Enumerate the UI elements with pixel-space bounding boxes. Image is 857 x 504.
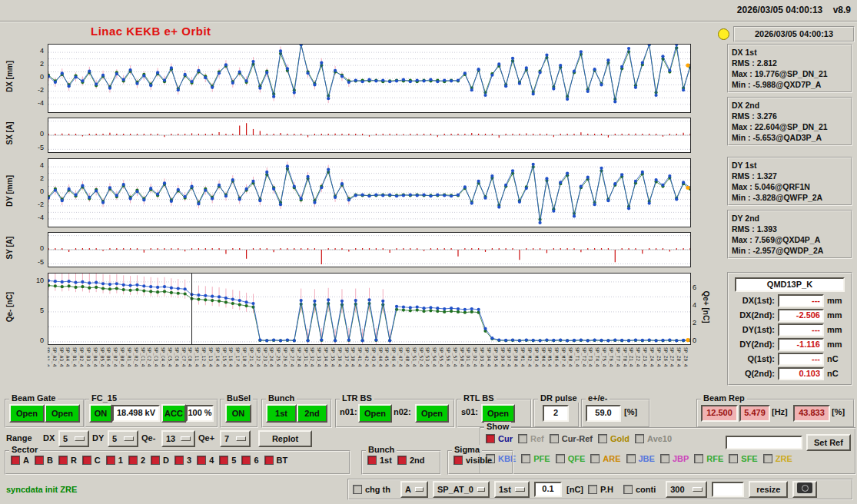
x-tick-label: SP_C1_4 xyxy=(141,347,146,366)
ref-name-input[interactable] xyxy=(726,436,802,449)
range-qe-plus-label: Qe+ xyxy=(198,431,214,445)
set-ref-button[interactable]: Set Ref xyxy=(806,434,851,451)
monitor-select[interactable]: SP_AT_0 xyxy=(433,481,490,498)
rtl-s01-open-button[interactable]: Open xyxy=(481,404,515,423)
y-tick-label: 0 xyxy=(40,73,44,81)
x-tick-label: SP_T6_4 xyxy=(609,347,614,366)
beam-gate-open-1-button[interactable]: Open xyxy=(9,404,45,423)
show-item-ave10: Ave10 xyxy=(635,434,672,443)
stat-min: Min : -5.653@QAD3P_A xyxy=(732,132,848,143)
x-tick-label: SP_D6_4 xyxy=(500,347,506,366)
sector-item-3: 3 xyxy=(174,456,191,465)
show-checkbox-cur-ref[interactable] xyxy=(550,434,559,443)
bunch-title: Bunch xyxy=(266,393,297,403)
show-label-rfe: RFE xyxy=(706,454,723,463)
x-tick-label: SP_C6_4 xyxy=(174,347,180,366)
show-checkbox-ave10[interactable] xyxy=(635,434,644,443)
interval-select[interactable]: 300 xyxy=(666,481,707,498)
camera-lens-icon xyxy=(802,485,809,492)
sector-item-a: A xyxy=(11,456,29,465)
sector-checkbox-1[interactable] xyxy=(106,456,115,465)
beam-gate-open-2-button[interactable]: Open xyxy=(45,404,80,423)
stat-rms: RMS : 1.393 xyxy=(732,224,848,234)
sector-checkbox-d[interactable] xyxy=(151,456,160,465)
bunch-checkbox-1st[interactable] xyxy=(367,456,377,465)
qe-y-ticks: 1050 xyxy=(26,273,46,343)
sigma-label-visible: visible xyxy=(466,456,492,465)
stat-max: Max : 5.046@QRF1N xyxy=(732,181,848,192)
sector-checkbox-r[interactable] xyxy=(58,456,68,465)
sector-checkbox-a[interactable] xyxy=(11,456,20,465)
x-tick-label: SP_D4_4 xyxy=(487,347,492,366)
show-checkbox-qfe[interactable] xyxy=(556,454,565,463)
bunch-checkbox-2nd[interactable] xyxy=(397,456,407,465)
range-dx-select[interactable]: 5 xyxy=(58,430,89,447)
show-checkbox-sfe[interactable] xyxy=(729,454,738,463)
titlebar-divider xyxy=(0,21,857,22)
show-checkbox-jbe[interactable] xyxy=(626,454,636,463)
sector-checkbox-3[interactable] xyxy=(174,456,184,465)
bucket-select[interactable]: A xyxy=(400,481,428,498)
show-checkbox-pfe[interactable] xyxy=(521,454,530,463)
x-tick-label: SP_R2_4 xyxy=(134,347,139,366)
conti-checkbox[interactable] xyxy=(623,485,633,494)
x-tick-label: SP_24_4 xyxy=(269,347,274,366)
x-tick-label: SP_C2_4 xyxy=(147,347,152,366)
show-checkbox-gold[interactable] xyxy=(598,434,607,443)
sector-checkbox-4[interactable] xyxy=(197,456,206,465)
snapshot-button[interactable] xyxy=(792,481,817,498)
sector-checkbox-2[interactable] xyxy=(128,456,138,465)
spare-field[interactable] xyxy=(712,482,744,497)
chg-th-label: chg th xyxy=(365,485,390,494)
show-checkbox-rfe[interactable] xyxy=(694,454,703,463)
busel-title: BuSel xyxy=(224,393,253,403)
range-qe-minus-select[interactable]: 13 xyxy=(161,430,195,447)
sector-item-c: C xyxy=(82,456,101,465)
sector-checkbox-6[interactable] xyxy=(241,456,251,465)
sigma-checkbox-visible[interactable] xyxy=(453,456,463,465)
replot-button[interactable]: Replot xyxy=(258,430,312,447)
ltr-bs-title: LTR BS xyxy=(340,393,374,403)
bunch-2nd-button[interactable]: 2nd xyxy=(297,404,327,423)
dx-orbit-chart xyxy=(48,44,691,113)
x-tick-label: SP_B3_4 xyxy=(86,347,91,366)
monitor-row-value: --- xyxy=(778,294,824,307)
threshold-field[interactable]: 0.1 xyxy=(534,482,562,497)
x-tick-label: SP_Z7_4 xyxy=(669,347,675,366)
ltr-n02-open-button[interactable]: Open xyxy=(415,404,449,423)
epe-unit: [%] xyxy=(624,404,637,419)
sector-checkbox-5[interactable] xyxy=(219,456,228,465)
bunch-label-2nd: 2nd xyxy=(410,456,425,465)
x-tick-label: SP_C7_4 xyxy=(181,347,187,366)
x-tick-label: SP_52_4 xyxy=(419,347,424,366)
beam-gate-title: Beam Gate xyxy=(9,393,58,403)
show-checkbox-cur[interactable] xyxy=(486,434,495,443)
range-dx-label: DX xyxy=(43,431,55,445)
resize-button[interactable]: resize xyxy=(749,481,788,498)
sector-checkbox-c[interactable] xyxy=(82,456,91,465)
show-checkbox-jbp[interactable] xyxy=(660,454,669,463)
show-label-ref: Ref xyxy=(530,434,544,443)
rtl-s01-label: s01: xyxy=(461,404,478,419)
range-dy-select[interactable]: 5 xyxy=(108,430,138,447)
show-title: Show xyxy=(484,422,511,431)
ph-checkbox[interactable] xyxy=(588,485,597,494)
busel-on-button[interactable]: ON xyxy=(225,404,251,423)
show-checkbox-ref[interactable] xyxy=(518,434,527,443)
sector-checkbox-b[interactable] xyxy=(35,456,44,465)
show-checkbox-are[interactable] xyxy=(590,454,600,463)
monitor-row-value: 0.103 xyxy=(778,367,824,380)
fc15-on-button[interactable]: ON xyxy=(89,404,112,423)
x-tick-label: SP_T7_4 xyxy=(616,347,621,366)
bunch-pick-select[interactable]: 1st xyxy=(494,481,530,498)
ltr-n01-open-button[interactable]: Open xyxy=(358,404,392,423)
bunch-1st-button[interactable]: 1st xyxy=(266,404,297,423)
chg-th-checkbox[interactable] xyxy=(353,485,362,494)
stat-min: Min : -5.988@QXD7P_A xyxy=(732,79,848,90)
range-qe-plus-select[interactable]: 7 xyxy=(220,430,251,447)
fc15-acc-button[interactable]: ACC xyxy=(161,404,186,423)
x-tick-label: SP_B6_4 xyxy=(106,347,111,366)
x-tick-label: SP_B7_4 xyxy=(113,347,118,366)
show-checkbox-zre[interactable] xyxy=(763,454,772,463)
sector-checkbox-bt[interactable] xyxy=(264,456,274,465)
